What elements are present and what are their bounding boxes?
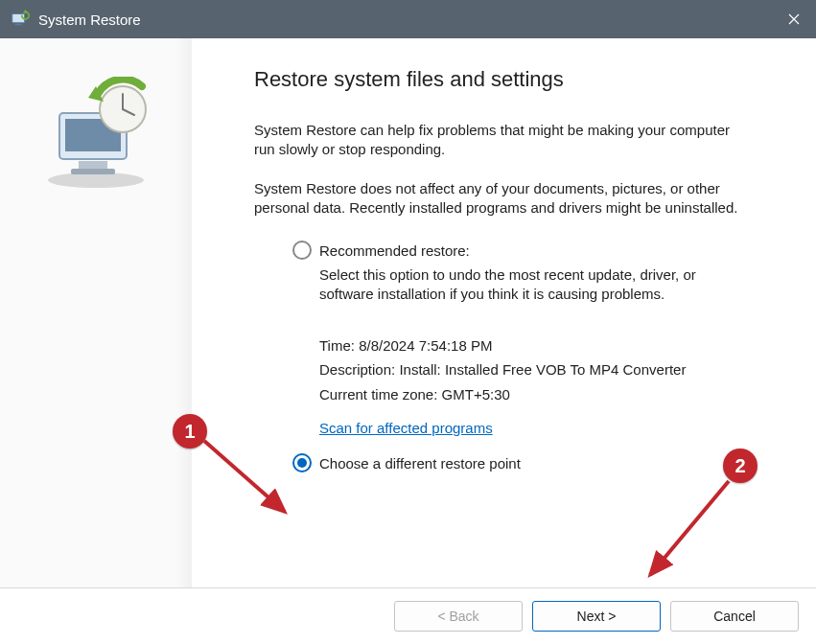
next-button[interactable]: Next > [532,601,661,632]
right-content-pane: Restore system files and settings System… [192,38,816,587]
detail-timezone: Current time zone: GMT+5:30 [319,382,753,407]
scan-affected-programs-link[interactable]: Scan for affected programs [319,420,493,436]
window-controls [772,0,816,38]
system-restore-icon [10,9,31,30]
svg-rect-7 [71,169,115,174]
svg-marker-2 [23,10,29,13]
client-area: Restore system files and settings System… [0,38,816,644]
choose-different-restore-label: Choose a different restore point [319,455,521,472]
system-restore-window: System Restore [0,0,816,644]
radio-selected-icon [292,453,312,472]
close-button[interactable] [772,0,816,38]
recommended-restore-description: Select this option to undo the most rece… [319,265,753,305]
window-title: System Restore [38,12,772,28]
svg-rect-1 [15,24,22,26]
titlebar: System Restore [0,0,816,38]
recommended-restore-label: Recommended restore: [319,242,470,259]
page-heading: Restore system files and settings [254,67,778,92]
detail-time: Time: 8/8/2024 7:54:18 PM [319,334,753,358]
svg-point-3 [48,172,144,188]
recommended-restore-radio[interactable]: Recommended restore: [292,241,753,260]
restore-point-details: Time: 8/8/2024 7:54:18 PM Description: I… [319,334,753,407]
svg-rect-6 [79,161,107,169]
detail-description: Description: Install: Installed Free VOB… [319,357,753,382]
choose-different-restore-radio[interactable]: Choose a different restore point [292,453,753,472]
restore-options: Recommended restore: Select this option … [292,241,753,472]
back-button[interactable]: < Back [394,601,523,632]
wizard-footer: < Back Next > Cancel [0,588,816,644]
intro-paragraph-1: System Restore can help fix problems tha… [254,121,753,160]
main-content: Restore system files and settings System… [0,38,816,588]
restore-illustration-icon [29,77,163,192]
intro-paragraph-2: System Restore does not affect any of yo… [254,179,753,218]
left-illustration-pane [0,38,192,587]
cancel-button[interactable]: Cancel [670,601,799,632]
radio-unselected-icon [292,241,312,260]
